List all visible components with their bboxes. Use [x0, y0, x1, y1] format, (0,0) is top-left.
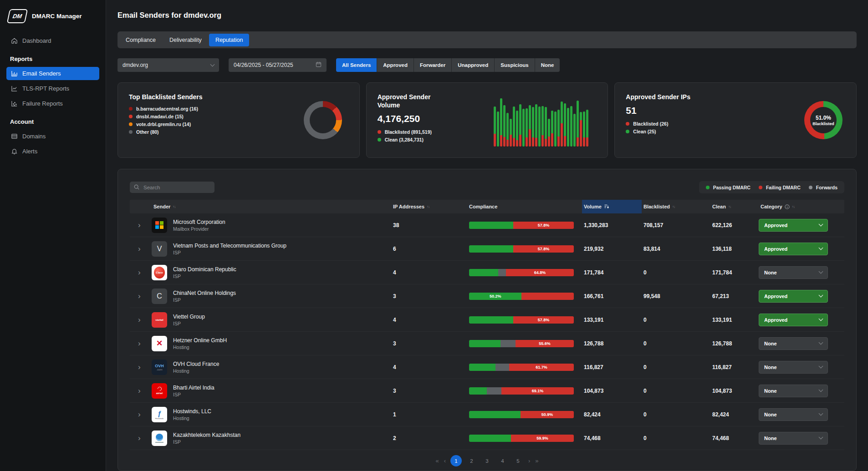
row-expand-chevron-icon[interactable]: ›	[130, 268, 152, 276]
sidebar-item-failure-reports[interactable]: Failure Reports	[6, 97, 99, 110]
compliance-segment-red: 64.8%	[506, 269, 574, 276]
volume-bar	[583, 98, 585, 147]
volume-value: 171,784	[582, 269, 642, 276]
sidebar-item-label: Alerts	[22, 148, 37, 155]
column-header-volume[interactable]: Volume	[582, 200, 642, 213]
clean-value: 116,827	[710, 364, 759, 370]
pagination-page-1[interactable]: 1	[450, 455, 462, 466]
compliance-bar: 57.8%	[469, 245, 574, 253]
sender-name: Bharti Airtel India	[173, 385, 214, 391]
sidebar-item-tls-rpt-reports[interactable]: TLS-RPT Reports	[6, 82, 99, 95]
filter-button-all-senders[interactable]: All Senders	[336, 58, 377, 72]
sidebar-item-dashboard[interactable]: Dashboard	[6, 34, 99, 47]
table-row: ›OVH.comOVH Cloud FranceHosting461.7%116…	[130, 355, 844, 379]
sender-type: Hosting	[173, 415, 211, 421]
compliance-segment-green: 50.2%	[469, 293, 521, 300]
pagination-prev[interactable]: ‹	[444, 457, 446, 464]
filter-button-forwarder[interactable]: Forwarder	[414, 58, 451, 72]
search-box[interactable]	[130, 182, 214, 193]
legend-dot-icon	[129, 130, 133, 134]
column-header-blacklisted[interactable]: Blacklisted↑↓	[642, 200, 710, 213]
sort-descending-icon[interactable]	[604, 204, 609, 209]
legend-label: Passing DMARC	[713, 185, 751, 190]
row-expand-chevron-icon[interactable]: ›	[130, 221, 152, 229]
pagination-page-5[interactable]: 5	[512, 455, 524, 466]
sender-type: ISP	[173, 297, 236, 303]
pagination-page-3[interactable]: 3	[481, 455, 493, 466]
sender-cell: Kazakhtelekom KazakhstanISP	[152, 430, 391, 446]
category-value: Approved	[764, 223, 787, 228]
sidebar-item-domains[interactable]: Domains	[6, 130, 99, 143]
category-select[interactable]: Approved	[759, 243, 828, 255]
row-expand-chevron-icon[interactable]: ›	[130, 245, 152, 253]
pagination-first[interactable]: «	[435, 457, 439, 464]
table-row: ›✕Hetzner Online GmbHHosting355.6%126,78…	[130, 332, 844, 355]
pagination-page-2[interactable]: 2	[466, 455, 477, 466]
sidebar-item-email-senders[interactable]: Email Senders	[6, 67, 99, 80]
date-range-input[interactable]: 04/26/2025 - 05/27/2025	[229, 58, 327, 72]
row-expand-chevron-icon[interactable]: ›	[130, 316, 152, 324]
category-value: None	[764, 388, 777, 394]
sender-type: ISP	[173, 439, 240, 445]
legend-dot-icon	[129, 115, 133, 118]
ip-addresses-value: 3	[391, 388, 467, 394]
category-select[interactable]: Approved	[759, 219, 828, 232]
row-expand-chevron-icon[interactable]: ›	[130, 387, 152, 395]
row-expand-chevron-icon[interactable]: ›	[130, 363, 152, 371]
volume-value: 104,873	[582, 388, 642, 394]
compliance-segment-green	[469, 316, 513, 324]
domain-select[interactable]: dmdev.org	[117, 58, 219, 72]
sender-cell: OVH.comOVH Cloud FranceHosting	[152, 360, 391, 375]
sidebar-item-alerts[interactable]: Alerts	[6, 145, 99, 158]
column-header-sender[interactable]: Sender↑↓	[152, 200, 391, 213]
filter-button-approved[interactable]: Approved	[377, 58, 414, 72]
column-header-clean[interactable]: Clean↑↓	[710, 200, 759, 213]
filter-button-suspicious[interactable]: Suspicious	[495, 58, 534, 72]
category-select[interactable]: None	[759, 408, 828, 421]
volume-bar	[570, 98, 572, 147]
ip-addresses-value: 4	[391, 364, 467, 370]
category-select[interactable]: None	[759, 385, 828, 397]
search-icon	[134, 183, 139, 192]
sender-cell: VVietnam Posts and Telecommunications Gr…	[152, 241, 391, 257]
volume-bar	[541, 98, 544, 147]
bell-icon	[11, 148, 18, 155]
category-select[interactable]: None	[759, 432, 828, 445]
category-select[interactable]: None	[759, 337, 828, 350]
row-expand-chevron-icon[interactable]: ›	[130, 410, 152, 418]
sort-icon[interactable]: ↑↓	[672, 205, 675, 209]
column-header-compliance[interactable]: Compliance	[467, 200, 582, 213]
tab-deliverability[interactable]: Deliverability	[163, 34, 208, 46]
sort-icon[interactable]: ↑↓	[173, 205, 175, 209]
row-expand-chevron-icon[interactable]: ›	[130, 339, 152, 347]
column-header-ip-addresses[interactable]: IP Addresses↑↓	[391, 200, 467, 213]
category-select[interactable]: None	[759, 266, 828, 279]
row-expand-chevron-icon[interactable]: ›	[130, 434, 152, 442]
sender-type: Mailbox Provider	[173, 226, 225, 232]
tab-reputation[interactable]: Reputation	[209, 34, 249, 46]
compliance-segment-gray	[500, 340, 516, 347]
tab-compliance[interactable]: Compliance	[119, 34, 162, 46]
filter-button-unapproved[interactable]: Unapproved	[452, 58, 494, 72]
info-icon[interactable]	[785, 204, 790, 209]
pagination-next[interactable]: ›	[528, 457, 531, 464]
search-input[interactable]	[143, 184, 210, 191]
volume-bar	[586, 98, 588, 147]
pagination-last[interactable]: »	[535, 457, 539, 464]
clean-value: 67,213	[710, 293, 759, 299]
column-header-category[interactable]: Category↑↓	[759, 200, 844, 213]
sort-icon[interactable]: ↑↓	[792, 205, 795, 209]
category-select[interactable]: Approved	[759, 290, 828, 303]
row-expand-chevron-icon[interactable]: ›	[130, 292, 152, 300]
tabs-bar: ComplianceDeliverabilityReputation	[117, 31, 857, 48]
filter-button-none[interactable]: None	[535, 58, 560, 72]
category-select[interactable]: None	[759, 361, 828, 374]
sort-icon[interactable]: ↑↓	[427, 205, 429, 209]
sort-icon[interactable]: ↑↓	[728, 205, 731, 209]
category-select[interactable]: Approved	[759, 314, 828, 326]
volume-value: 1,330,283	[582, 222, 642, 228]
pagination-page-4[interactable]: 4	[497, 455, 508, 466]
compliance-segment-green	[469, 387, 487, 395]
volume-bar	[500, 98, 502, 147]
legend-dot-icon	[809, 186, 812, 189]
